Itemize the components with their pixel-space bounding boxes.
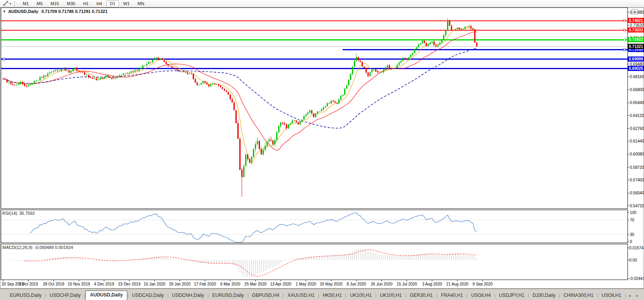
- svg-text:0.71321: 0.71321: [629, 44, 644, 49]
- rsi-panel: [1, 210, 628, 243]
- svg-text:0.68160: 0.68160: [630, 75, 644, 79]
- svg-text:0.73033: 0.73033: [629, 28, 644, 32]
- symbol-tab-usoil-h1[interactable]: USOil,H1: [598, 291, 625, 300]
- svg-text:10 Jan 2020: 10 Jan 2020: [144, 282, 165, 286]
- rsi-value: 35.7592: [19, 211, 35, 216]
- svg-text:0.64120: 0.64120: [630, 113, 644, 118]
- svg-text:-0.024412: -0.024412: [629, 276, 644, 281]
- svg-text:0.62760: 0.62760: [630, 126, 644, 131]
- line-handle: [624, 39, 626, 41]
- line-tool-glyph: [3, 1, 9, 6]
- svg-text:25 Mar 2020: 25 Mar 2020: [244, 282, 267, 286]
- rsi-indicator-label: RSI(14)35.7592: [2, 211, 35, 216]
- chart-title: ▼ AUDUSD,Daily 0.71709 0.71785 0.71291 0…: [3, 9, 108, 14]
- svg-text:30: 30: [630, 232, 635, 237]
- timeframe-button-w1[interactable]: W1: [120, 0, 134, 7]
- svg-text:100: 100: [630, 210, 637, 215]
- symbol-tab-dj30-daily[interactable]: DJ30,Daily: [529, 291, 559, 300]
- line-handle: [624, 49, 626, 51]
- svg-text:70: 70: [630, 218, 635, 222]
- symbol-tab-audusd-daily[interactable]: AUDUSD,Daily: [85, 291, 127, 300]
- svg-text:0.015741: 0.015741: [629, 246, 644, 250]
- symbol-tab-uk100-h1[interactable]: UK100,H1: [347, 291, 375, 300]
- svg-text:26 Jun 2020: 26 Jun 2020: [371, 282, 393, 286]
- svg-text:28 Oct 2019: 28 Oct 2019: [43, 282, 64, 286]
- symbol-tab-ger30-h1[interactable]: GER30,H1: [406, 291, 436, 300]
- timeframe-button-m5[interactable]: M5: [33, 0, 46, 7]
- symbol-tab-usdcad-daily[interactable]: USDCAD,Daily: [128, 291, 167, 300]
- svg-text:0.69025: 0.69025: [629, 66, 644, 71]
- svg-text:0: 0: [630, 240, 632, 244]
- timeframe-button-h4[interactable]: H4: [93, 0, 105, 7]
- timeframe-button-m15[interactable]: M15: [47, 0, 62, 7]
- svg-text:3 Aug 2020: 3 Aug 2020: [422, 282, 442, 286]
- symbol-tab-fra40-h1[interactable]: FRA40,H1: [437, 291, 466, 300]
- line-handle: [624, 29, 626, 31]
- symbol-tab-usdjpy-h1[interactable]: USDJPY,H1: [495, 291, 528, 300]
- macd-panel: [1, 244, 628, 280]
- macd-values: -0.000489 0.001924: [34, 245, 73, 250]
- symbol-tab-eurusd-daily[interactable]: EURUSD,Daily: [6, 291, 45, 300]
- timeframe-button-m1[interactable]: M1: [19, 0, 32, 7]
- main-chart-panel: [1, 8, 628, 209]
- svg-text:21 Aug 2020: 21 Aug 2020: [446, 282, 469, 286]
- svg-text:0.65440: 0.65440: [630, 101, 644, 105]
- svg-text:0.60080: 0.60080: [630, 152, 644, 156]
- symbol-tab-eurusd-daily[interactable]: EURUSD,Daily: [209, 291, 248, 300]
- toolbar: ▾ M1M5M15M30H1H4D1W1MN: [0, 0, 644, 7]
- symbol-tab-usdcnh-daily[interactable]: USDCNH,Daily: [169, 291, 207, 300]
- macd-name: MACD(12,26,9): [2, 245, 32, 250]
- tabs-scroll-left-icon[interactable]: ◄: [626, 294, 633, 300]
- symbol-tabbar: EURUSD,Daily|USDCHF,Daily|AUDUSD,Daily|U…: [0, 289, 644, 300]
- chart-canvas[interactable]: 0.748800.735200.721600.708400.694800.681…: [0, 0, 644, 289]
- symbol-tab-usdchf-daily[interactable]: USDCHF,Daily: [46, 291, 84, 300]
- timeframe-button-h1[interactable]: H1: [79, 0, 92, 7]
- tabs-scroll-right-icon[interactable]: ►: [633, 294, 641, 300]
- symbol-tab-usoil-h4[interactable]: USOil,H4: [468, 291, 494, 300]
- symbol-tab-xauusd-h1[interactable]: XAUUSD,H1: [284, 291, 318, 300]
- svg-text:17 Feb 2020: 17 Feb 2020: [194, 282, 217, 286]
- svg-text:15 Jul 2020: 15 Jul 2020: [397, 282, 417, 286]
- svg-text:0.56040: 0.56040: [630, 191, 644, 195]
- timeframe-button-mn[interactable]: MN: [134, 0, 148, 7]
- svg-text:8 Jun 2020: 8 Jun 2020: [347, 282, 366, 286]
- svg-text:0.66800: 0.66800: [630, 88, 644, 92]
- line-tool-icon[interactable]: ▾: [2, 0, 13, 7]
- toolbar-grip: [14, 1, 16, 6]
- line-handle: [3, 58, 5, 60]
- line-handle: [624, 20, 626, 22]
- svg-text:20 May 2020: 20 May 2020: [320, 282, 343, 286]
- trading-app-window: ▾ M1M5M15M30H1H4D1W1MN 0.748800.735200.7…: [0, 0, 644, 300]
- svg-text:29 Jan 2020: 29 Jan 2020: [169, 282, 191, 286]
- svg-text:0.69480: 0.69480: [630, 62, 644, 66]
- svg-text:0.57400: 0.57400: [630, 178, 644, 182]
- svg-text:0.58720: 0.58720: [630, 165, 644, 170]
- macd-indicator-label: MACD(12,26,9)-0.000489 0.001924: [2, 245, 73, 250]
- dropdown-arrow-icon[interactable]: ▾: [9, 2, 11, 5]
- timeframe-buttons: M1M5M15M30H1H4D1W1MN: [19, 0, 148, 7]
- svg-text:0.73520: 0.73520: [630, 23, 644, 27]
- svg-text:9 Sep 2020: 9 Sep 2020: [473, 282, 493, 286]
- chart-ohlc-values: 0.71709 0.71785 0.71291 0.71321: [41, 9, 107, 14]
- svg-text:15 Nov 2019: 15 Nov 2019: [68, 282, 90, 286]
- svg-text:0.00: 0.00: [629, 258, 637, 262]
- symbol-tab-china300-h1[interactable]: CHINA300,H1: [560, 291, 597, 300]
- svg-text:0.74021: 0.74021: [629, 18, 644, 23]
- chart-symbol-period: AUDUSD,Daily: [8, 9, 38, 14]
- svg-text:0.72022: 0.72022: [629, 37, 644, 42]
- svg-text:23 Dec 2019: 23 Dec 2019: [118, 282, 141, 286]
- svg-text:9 Oct 2019: 9 Oct 2019: [19, 282, 38, 286]
- svg-text:1 May 2020: 1 May 2020: [296, 282, 317, 286]
- rsi-name: RSI(14): [2, 211, 17, 216]
- symbol-tab-hk50-h1[interactable]: HK50,H1: [319, 291, 345, 300]
- timeframe-button-m30[interactable]: M30: [63, 0, 79, 7]
- svg-text:0.69999: 0.69999: [629, 57, 644, 61]
- svg-text:6 Mar 2020: 6 Mar 2020: [220, 282, 240, 286]
- symbol-tab-gbpusd-h4[interactable]: GBPUSD,H4: [249, 291, 283, 300]
- symbol-dropdown-icon[interactable]: ▼: [3, 10, 6, 13]
- symbol-tab-uk100-h1[interactable]: UK100,H1: [376, 291, 405, 300]
- svg-text:0.61440: 0.61440: [630, 139, 644, 143]
- timeframe-button-d1[interactable]: D1: [106, 0, 119, 7]
- svg-text:0.54720: 0.54720: [630, 204, 644, 208]
- svg-text:13 Apr 2020: 13 Apr 2020: [270, 282, 291, 286]
